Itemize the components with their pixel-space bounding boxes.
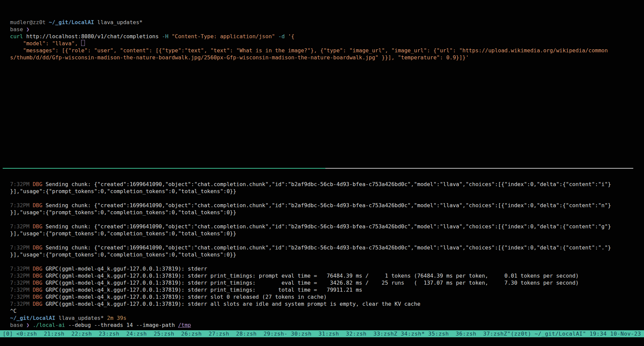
- pane-divider-inactive-segment: [325, 168, 633, 169]
- terminal-line: [10, 216, 644, 223]
- text-run: llava_updates*: [94, 19, 143, 25]
- text-run: DBG: [33, 273, 46, 279]
- text-run: curl: [10, 33, 23, 40]
- terminal-line: 7:32PM DBG GRPC(ggml-model-q4_k.gguf-127…: [10, 279, 644, 286]
- text-run: GRPC(ggml-model-q4_k.gguf-127.0.0.1:3781…: [46, 287, 362, 293]
- text-run: -H: [162, 33, 168, 40]
- status-right-clock: "(zz0t) ~/_git/LocalAI" 19:34 10-Nov-23: [507, 330, 641, 337]
- text-run: "messages": [{"role": "user", "content":…: [10, 47, 608, 54]
- terminal-line: s/thumb/d/dd/Gfp-wisconsin-madison-the-n…: [10, 54, 644, 61]
- terminal-line: 7:32PM DBG Sending chunk: {"created":169…: [10, 223, 644, 230]
- terminal-line: 7:32PM DBG Sending chunk: {"created":169…: [10, 202, 644, 209]
- terminal-line: }],"usage":{"prompt_tokens":0,"completio…: [10, 188, 644, 195]
- text-run: mudler@zz0t: [10, 19, 49, 25]
- terminal-line: ~/_git/LocalAI llava_updates* 2m 39s: [10, 314, 644, 322]
- text-run: 7:32PM: [10, 273, 33, 279]
- text-run: [275, 33, 278, 40]
- text-run: DBG: [33, 280, 46, 286]
- text-run: }],"usage":{"prompt_tokens":0,"completio…: [10, 209, 236, 216]
- terminal-line: curl http://localhost:8080/v1/chat/compl…: [10, 33, 644, 40]
- text-run: ❯: [26, 322, 33, 328]
- text-run: }],"usage":{"prompt_tokens":0,"completio…: [10, 230, 236, 237]
- terminal-line: 7:32PM DBG GRPC(ggml-model-q4_k.gguf-127…: [10, 272, 644, 279]
- text-run: GRPC(ggml-model-q4_k.gguf-127.0.0.1:3781…: [46, 294, 327, 300]
- text-run: DBG: [33, 181, 46, 187]
- text-run: Sending chunk: {"created":1699641090,"ob…: [46, 202, 611, 209]
- text-run: -d: [278, 33, 285, 40]
- terminal-cursor: [81, 40, 85, 46]
- text-run: GRPC(ggml-model-q4_k.gguf-127.0.0.1:3781…: [46, 266, 207, 272]
- terminal-line: [10, 258, 644, 265]
- text-run: GRPC(ggml-model-q4_k.gguf-127.0.0.1:3781…: [46, 301, 420, 307]
- server-log-pane-bottom[interactable]: 7:32PM DBG Sending chunk: {"created":169…: [10, 181, 644, 329]
- status-window-list[interactable]: [0] <0:zsh 21:zsh 22:zsh 23:zsh 24:zsh 2…: [3, 330, 507, 337]
- text-run: 7:32PM: [10, 181, 33, 187]
- text-run: DBG: [33, 294, 46, 300]
- text-run: DBG: [33, 244, 46, 251]
- path-link[interactable]: /tmp: [178, 322, 191, 328]
- text-run: Sending chunk: {"created":1699641090,"ob…: [46, 223, 611, 230]
- terminal-line: base ❯ ./local-ai --debug --threads 14 -…: [10, 322, 644, 329]
- text-run: GRPC(ggml-model-q4_k.gguf-127.0.0.1:3781…: [46, 273, 579, 279]
- text-run: ~/_git/LocalAI: [10, 315, 55, 321]
- text-run: base: [10, 322, 26, 328]
- terminal-line: 7:32PM DBG Sending chunk: {"created":169…: [10, 244, 644, 251]
- terminal-line: 7:32PM DBG GRPC(ggml-model-q4_k.gguf-127…: [10, 265, 644, 272]
- text-run: '{: [285, 33, 294, 40]
- text-run: 7:32PM: [10, 301, 33, 307]
- text-run: http://localhost:8080/v1/chat/completion…: [23, 33, 162, 40]
- text-run: llava_updates*: [55, 315, 107, 321]
- text-run: DBG: [33, 301, 46, 307]
- text-run: 7:32PM: [10, 244, 33, 251]
- text-run: Sending chunk: {"created":1699641090,"ob…: [46, 181, 611, 187]
- pane-divider[interactable]: [3, 168, 633, 169]
- terminal-line: 7:32PM DBG GRPC(ggml-model-q4_k.gguf-127…: [10, 286, 644, 293]
- text-run: }],"usage":{"prompt_tokens":0,"completio…: [10, 251, 236, 258]
- pane-divider-active-segment: [3, 168, 325, 169]
- text-run: DBG: [33, 223, 46, 230]
- text-run: s/thumb/d/dd/Gfp-wisconsin-madison-the-n…: [10, 54, 469, 61]
- text-run: 7:32PM: [10, 223, 33, 230]
- text-run: DBG: [33, 266, 46, 272]
- terminal-line: base ❯: [10, 26, 644, 33]
- terminal-line: }],"usage":{"prompt_tokens":0,"completio…: [10, 209, 644, 216]
- text-run: ~/_git/LocalAI: [49, 19, 94, 25]
- text-run: --debug --threads 14 --image-path: [65, 322, 178, 328]
- text-run: ❯: [26, 26, 30, 33]
- terminal-line: [10, 195, 644, 202]
- text-run: 7:32PM: [10, 266, 33, 272]
- terminal-line: }],"usage":{"prompt_tokens":0,"completio…: [10, 230, 644, 237]
- text-run: 7:32PM: [10, 280, 33, 286]
- terminal-line: mudler@zz0t ~/_git/LocalAI llava_updates…: [10, 19, 644, 26]
- text-run: 7:32PM: [10, 202, 33, 209]
- terminal-line: ^C: [10, 307, 644, 314]
- terminal-line: [10, 237, 644, 244]
- text-run: ./local-ai: [33, 322, 65, 328]
- text-run: Sending chunk: {"created":1699641090,"ob…: [46, 244, 611, 251]
- text-run: "model": "llava",: [10, 40, 81, 47]
- tmux-status-bar[interactable]: [0] <0:zsh 21:zsh 22:zsh 23:zsh 24:zsh 2…: [0, 330, 644, 337]
- terminal-line: "model": "llava",: [10, 40, 644, 47]
- text-run: }],"usage":{"prompt_tokens":0,"completio…: [10, 188, 236, 194]
- text-run: 7:32PM: [10, 294, 33, 300]
- text-run: DBG: [33, 287, 46, 293]
- shell-pane-top[interactable]: mudler@zz0t ~/_git/LocalAI llava_updates…: [10, 19, 644, 61]
- text-run: base: [10, 26, 26, 33]
- terminal-line: }],"usage":{"prompt_tokens":0,"completio…: [10, 251, 644, 258]
- terminal-line: 7:32PM DBG Sending chunk: {"created":169…: [10, 181, 644, 188]
- text-run: 7:32PM: [10, 287, 33, 293]
- text-run: GRPC(ggml-model-q4_k.gguf-127.0.0.1:3781…: [46, 280, 579, 286]
- terminal-line: "messages": [{"role": "user", "content":…: [10, 47, 644, 54]
- text-run: ^C: [10, 308, 16, 314]
- text-run: DBG: [33, 202, 46, 209]
- text-run: "Content-Type: application/json": [168, 33, 275, 40]
- terminal-line: 7:32PM DBG GRPC(ggml-model-q4_k.gguf-127…: [10, 293, 644, 300]
- terminal-line: 7:32PM DBG GRPC(ggml-model-q4_k.gguf-127…: [10, 300, 644, 307]
- text-run: 2m 39s: [107, 315, 126, 321]
